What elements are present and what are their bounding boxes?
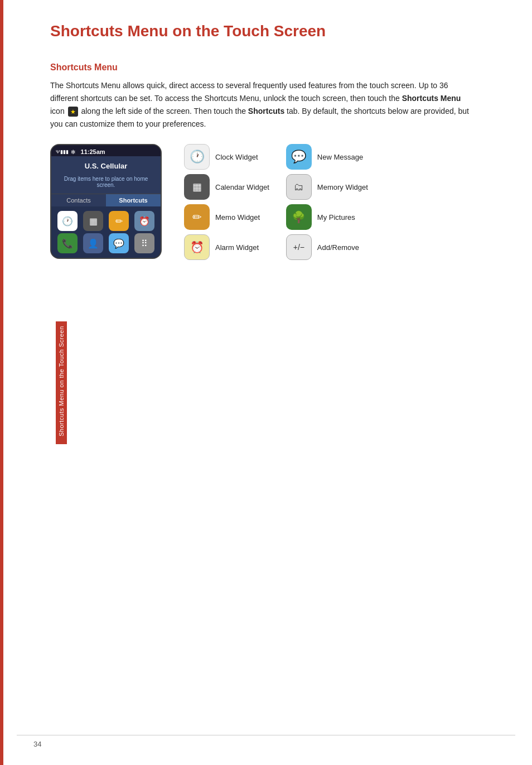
signal-icon: Ψ▮▮▮ [56, 149, 69, 155]
phone-icons-grid: 🕐 ▦ ✏ ⏰ 📞 👤 💬 ⠿ [51, 206, 161, 258]
side-tab: Shortcuts Menu on the Touch Screen [56, 321, 67, 444]
phone-icon-contact[interactable]: 👤 [83, 233, 103, 253]
page-number: 34 [33, 740, 515, 748]
shortcuts-menu-icon: ★ [68, 107, 78, 117]
phone-icon-clock[interactable]: 🕐 [57, 211, 78, 231]
section-title: Shortcuts Menu [50, 62, 499, 73]
phone-icon-calendar[interactable]: ▦ [83, 211, 103, 231]
shortcuts-list: 🕐 Clock Widget 💬 New Message ▦ Calendar … [184, 144, 383, 260]
phone-status-bar: Ψ▮▮▮ ✻ 11:25am [51, 145, 161, 156]
shortcuts-tab[interactable]: Shortcuts [106, 194, 161, 206]
shortcuts-menu-bold: Shortcuts Menu [402, 94, 461, 103]
phone-icon-more[interactable]: ⠿ [134, 233, 154, 253]
contacts-tab[interactable]: Contacts [51, 194, 106, 206]
label-memo-widget: Memo Widget [215, 213, 280, 222]
illustration-area: Ψ▮▮▮ ✻ 11:25am U.S. Cellular Drag items … [50, 144, 499, 260]
phone-icon-alarm[interactable]: ⏰ [134, 211, 154, 231]
label-new-message: New Message [317, 153, 383, 161]
body-text-1c: along the left side of the screen. Then … [79, 107, 248, 116]
body-text-1b: icon [50, 107, 67, 116]
label-alarm-widget: Alarm Widget [215, 243, 280, 252]
icon-clock-widget: 🕐 [184, 144, 210, 170]
label-memory-widget: Memory Widget [317, 183, 383, 191]
phone-icon-memo[interactable]: ✏ [109, 211, 129, 231]
phone-carrier: U.S. Cellular [51, 156, 161, 174]
icon-memory-widget: 🗂 [286, 174, 312, 200]
side-line [0, 0, 3, 765]
label-add-remove: Add/Remove [317, 243, 383, 252]
phone-time: 11:25am [81, 148, 105, 155]
label-clock-widget: Clock Widget [215, 153, 280, 161]
icon-add-remove: +/− [286, 234, 312, 260]
icon-calendar-widget: ▦ [184, 174, 210, 200]
phone-mockup: Ψ▮▮▮ ✻ 11:25am U.S. Cellular Drag items … [50, 144, 162, 259]
page-title: Shortcuts Menu on the Touch Screen [50, 22, 499, 40]
label-calendar-widget: Calendar Widget [215, 183, 280, 191]
phone-drag-text: Drag items here to place on home screen. [51, 174, 161, 194]
shortcuts-bold: Shortcuts [248, 107, 284, 116]
icon-memo-widget: ✏ [184, 204, 210, 230]
icon-my-pictures: 🌳 [286, 204, 312, 230]
footer: 34 [17, 735, 515, 748]
bluetooth-icon: ✻ [71, 149, 75, 155]
body-paragraph: The Shortcuts Menu allows quick, direct … [50, 79, 474, 131]
phone-icon-message[interactable]: 💬 [109, 233, 129, 253]
label-my-pictures: My Pictures [317, 213, 383, 222]
body-text-1: The Shortcuts Menu allows quick, direct … [50, 81, 448, 103]
icon-alarm-widget: ⏰ [184, 234, 210, 260]
phone-tabs: Contacts Shortcuts [51, 194, 161, 206]
icon-new-message: 💬 [286, 144, 312, 170]
side-tab-label: Shortcuts Menu on the Touch Screen [58, 326, 65, 436]
phone-icon-phone[interactable]: 📞 [57, 233, 78, 253]
